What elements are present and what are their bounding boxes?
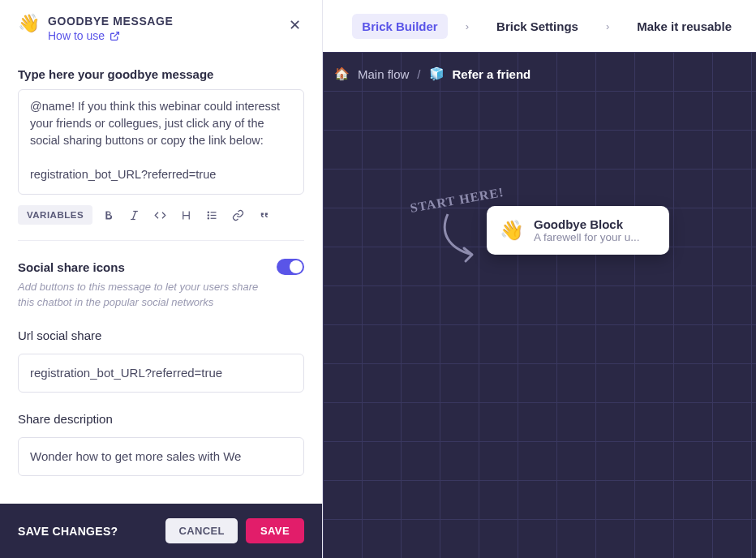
brick-icon: 🧊 <box>429 67 445 81</box>
node-subtitle: A farewell for your u... <box>534 231 640 243</box>
tab-brick-settings[interactable]: Brick Settings <box>487 14 588 39</box>
external-link-icon <box>110 31 120 41</box>
cancel-button[interactable]: CANCEL <box>165 518 238 543</box>
flow-canvas[interactable]: 🏠 Main flow / 🧊 Refer a friend START HER… <box>323 52 756 558</box>
message-label: Type here your goodbye message <box>18 67 304 81</box>
how-to-use-link[interactable]: How to use <box>48 29 120 42</box>
heading-icon[interactable] <box>175 204 196 225</box>
italic-icon[interactable] <box>123 204 144 225</box>
panel-title: GOODBYE MESSAGE <box>48 15 286 28</box>
panel-footer: SAVE CHANGES? CANCEL SAVE <box>0 504 322 558</box>
format-toolbar: VARIABLES <box>18 198 304 241</box>
url-share-label: Url social share <box>18 328 304 342</box>
save-changes-label: SAVE CHANGES? <box>18 525 118 538</box>
breadcrumb-main-flow[interactable]: Main flow <box>358 67 409 81</box>
close-icon[interactable]: ✕ <box>286 16 304 34</box>
svg-point-8 <box>208 214 208 215</box>
list-icon[interactable] <box>201 204 222 225</box>
social-icons-toggle[interactable] <box>277 259 304 275</box>
tab-make-reusable[interactable]: Make it reusable <box>627 14 741 39</box>
wave-emoji: 👋 <box>18 15 40 32</box>
wave-emoji: 👋 <box>500 219 524 242</box>
canvas-area: Brick Builder › Brick Settings › Make it… <box>323 0 756 558</box>
code-icon[interactable] <box>149 204 170 225</box>
goodbye-message-textarea[interactable] <box>18 89 304 195</box>
svg-point-9 <box>208 217 208 218</box>
svg-line-3 <box>132 211 135 219</box>
save-button[interactable]: SAVE <box>246 518 304 543</box>
link-icon[interactable] <box>227 204 248 225</box>
canvas-breadcrumb: 🏠 Main flow / 🧊 Refer a friend <box>334 67 530 81</box>
arrow-icon <box>432 208 484 264</box>
bold-icon[interactable] <box>97 204 118 225</box>
quote-icon[interactable] <box>253 204 274 225</box>
how-to-use-label: How to use <box>48 29 105 42</box>
goodbye-block-node[interactable]: 👋 Goodbye Block A farewell for your u... <box>487 206 669 255</box>
tab-brick-builder[interactable]: Brick Builder <box>352 14 447 39</box>
node-title: Goodbye Block <box>534 217 640 231</box>
svg-point-7 <box>208 212 208 212</box>
settings-panel: 👋 GOODBYE MESSAGE How to use ✕ Type here… <box>0 0 323 558</box>
home-icon: 🏠 <box>334 67 350 81</box>
social-icons-helper: Add buttons to this message to let your … <box>18 280 261 311</box>
panel-header: 👋 GOODBYE MESSAGE How to use ✕ <box>0 0 322 54</box>
share-desc-input[interactable] <box>18 437 304 476</box>
slash-separator: / <box>417 67 420 81</box>
topbar: Brick Builder › Brick Settings › Make it… <box>323 0 756 52</box>
chevron-right-icon: › <box>606 20 609 32</box>
variables-button[interactable]: VARIABLES <box>18 205 92 225</box>
chevron-right-icon: › <box>466 20 469 32</box>
svg-line-0 <box>114 32 118 36</box>
url-share-input[interactable] <box>18 354 304 393</box>
social-icons-title: Social share icons <box>18 260 125 274</box>
share-desc-label: Share description <box>18 412 304 426</box>
breadcrumb-current: Refer a friend <box>453 67 531 81</box>
